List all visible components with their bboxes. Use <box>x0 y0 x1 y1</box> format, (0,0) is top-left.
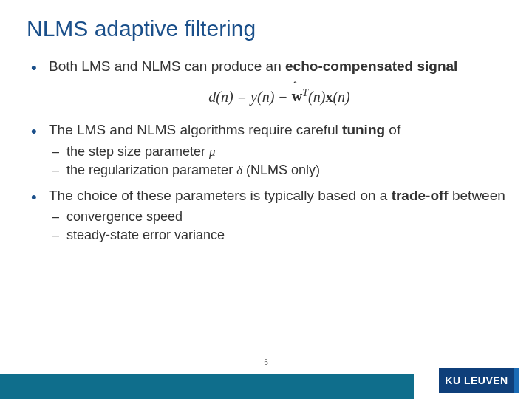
sub-convergence: convergence speed <box>49 208 510 225</box>
symbol-mu: μ <box>209 145 216 159</box>
bullet-text: The choice of these parameters is typica… <box>49 188 392 203</box>
symbol-delta: δ <box>236 163 242 177</box>
bullet-bold: trade-off <box>392 188 449 203</box>
bullet-tuning: The LMS and NLMS algorithms require care… <box>30 121 510 180</box>
bullet-text: The LMS and NLMS algorithms require care… <box>49 122 342 137</box>
footer-bar <box>0 375 414 399</box>
slide-content: Both LMS and NLMS can produce an echo-co… <box>22 58 510 244</box>
sub-step-size: the step size parameter μ <box>49 143 510 161</box>
sub-text: (NLMS only) <box>242 163 320 177</box>
bullet-bold: tuning <box>342 122 385 137</box>
logo-text: KU LEUVEN <box>445 375 508 386</box>
sub-text: convergence speed <box>66 209 183 224</box>
formula-text: d(n) = y(n) − wT(n)x(n) <box>208 86 349 106</box>
bullet-text: Both LMS and NLMS can produce an <box>49 58 285 74</box>
sub-text: the step size parameter <box>66 144 209 159</box>
bullet-bold: echo-compensated signal <box>285 58 457 74</box>
bullet-text: of <box>385 122 400 137</box>
footer: KU LEUVEN <box>0 372 532 399</box>
slide: NLMS adaptive filtering Both LMS and NLM… <box>0 0 532 399</box>
sub-list: convergence speed steady-state error var… <box>49 208 510 244</box>
sub-regularization: the regularization parameter δ (NLMS onl… <box>49 161 510 180</box>
ku-leuven-logo: KU LEUVEN <box>439 368 519 393</box>
formula-echo: d(n) = y(n) − wT(n)x(n) <box>49 86 510 106</box>
slide-title: NLMS adaptive filtering <box>27 16 510 41</box>
bullet-echo-compensated: Both LMS and NLMS can produce an echo-co… <box>30 58 510 106</box>
bullet-text: between <box>449 188 505 203</box>
sub-steady-state: steady-state error variance <box>49 226 510 244</box>
sub-list: the step size parameter μ the regulariza… <box>49 143 510 180</box>
bullet-tradeoff: The choice of these parameters is typica… <box>30 187 510 244</box>
sub-text: the regularization parameter <box>66 163 236 177</box>
sub-text: steady-state error variance <box>66 228 225 242</box>
bullet-list: Both LMS and NLMS can produce an echo-co… <box>30 58 510 244</box>
page-number: 5 <box>0 358 532 366</box>
